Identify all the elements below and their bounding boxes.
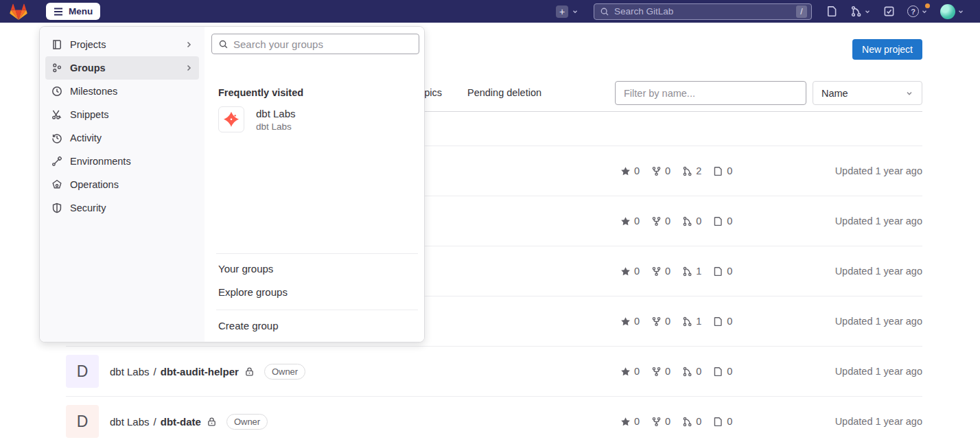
namespace-separator: /: [154, 416, 156, 428]
updated-timestamp: Updated 1 year ago: [743, 316, 922, 327]
tab-pending-deletion[interactable]: Pending deletion: [467, 87, 541, 98]
issues-icon: [713, 216, 723, 226]
fork-count[interactable]: 0: [651, 266, 670, 277]
fork-count[interactable]: 0: [651, 416, 670, 427]
star-count[interactable]: 0: [620, 216, 640, 226]
project-avatar[interactable]: D: [66, 405, 99, 438]
menu-item-milestones[interactable]: Milestones: [45, 80, 199, 103]
star-count[interactable]: 0: [620, 266, 640, 277]
divider: [216, 310, 418, 310]
fork-count[interactable]: 0: [651, 165, 670, 176]
star-icon: [620, 367, 631, 377]
explore-groups-link[interactable]: Explore groups: [218, 281, 288, 304]
issue-count[interactable]: 0: [713, 266, 732, 277]
project-namespace[interactable]: dbt Labs: [110, 366, 150, 377]
sort-value: Name: [821, 88, 848, 99]
hamburger-icon: [54, 8, 63, 16]
history-icon: [51, 132, 62, 143]
merge-requests-dropdown[interactable]: [850, 5, 871, 17]
gitlab-logo[interactable]: [10, 3, 27, 21]
frequent-group-dbt-labs[interactable]: dbt Labs dbt Labs: [218, 106, 296, 132]
chevron-right-icon: [185, 40, 193, 49]
issues-icon: [713, 417, 723, 427]
menu-item-snippets[interactable]: Snippets: [45, 103, 199, 126]
merge-request-icon: [682, 417, 692, 427]
avatar: [940, 4, 955, 19]
fork-icon: [651, 367, 662, 377]
sort-dropdown[interactable]: Name: [813, 81, 922, 105]
top-navbar: Menu + / ?: [0, 0, 980, 23]
star-icon: [620, 417, 631, 427]
snippet-icon: [51, 109, 62, 120]
fork-icon: [651, 266, 662, 277]
create-group-link[interactable]: Create group: [218, 314, 279, 338]
issue-count[interactable]: 0: [713, 165, 732, 176]
star-count[interactable]: 0: [620, 416, 640, 427]
menu-item-groups[interactable]: Groups: [45, 56, 199, 80]
project-icon: [51, 39, 62, 50]
project-name[interactable]: dbt-audit-helper: [161, 366, 239, 377]
issue-count[interactable]: 0: [713, 416, 732, 427]
menu-item-security[interactable]: Security: [45, 196, 199, 220]
updated-timestamp: Updated 1 year ago: [743, 366, 922, 377]
chevron-down-icon: [921, 8, 928, 15]
menu-item-operations[interactable]: Operations: [45, 173, 199, 196]
filter-by-name-input[interactable]: [615, 81, 806, 105]
namespace-separator: /: [154, 366, 156, 377]
merge-request-count[interactable]: 2: [682, 165, 701, 176]
fork-count[interactable]: 0: [651, 216, 670, 226]
updated-timestamp: Updated 1 year ago: [743, 216, 922, 226]
merge-request-count[interactable]: 0: [682, 216, 701, 226]
issue-count[interactable]: 0: [713, 216, 732, 226]
group-name: dbt Labs: [256, 108, 296, 119]
group-search-box[interactable]: [211, 34, 419, 54]
main-menu-dropdown-panel: Projects Groups Milestones Snippets Acti…: [39, 26, 425, 342]
new-project-button[interactable]: New project: [852, 39, 922, 60]
dbt-logo: [218, 106, 244, 132]
merge-request-icon: [850, 5, 862, 17]
todo-icon[interactable]: [883, 5, 895, 17]
star-icon: [620, 166, 631, 176]
star-count[interactable]: 0: [620, 165, 640, 176]
new-menu-dropdown[interactable]: +: [556, 5, 579, 18]
help-icon: ?: [907, 5, 919, 17]
issues-icon[interactable]: [826, 5, 838, 17]
search-icon: [218, 39, 229, 49]
updated-timestamp: Updated 1 year ago: [743, 165, 922, 176]
star-count[interactable]: 0: [620, 316, 640, 327]
fork-count[interactable]: 0: [651, 366, 670, 377]
operations-icon: [51, 179, 62, 190]
your-groups-link[interactable]: Your groups: [218, 257, 273, 281]
issue-count[interactable]: 0: [713, 366, 732, 377]
group-search-input[interactable]: [233, 38, 412, 50]
issue-count[interactable]: 0: [713, 316, 732, 327]
merge-request-count[interactable]: 1: [682, 266, 701, 277]
chevron-down-icon: [957, 8, 964, 15]
environment-icon: [51, 156, 62, 167]
merge-request-count[interactable]: 1: [682, 316, 701, 327]
fork-icon: [651, 166, 662, 176]
user-menu-dropdown[interactable]: [940, 4, 964, 19]
project-avatar[interactable]: D: [66, 355, 99, 388]
chevron-down-icon: [864, 8, 871, 15]
star-count[interactable]: 0: [620, 366, 640, 377]
merge-request-count[interactable]: 0: [682, 366, 701, 377]
menu-item-environments[interactable]: Environments: [45, 150, 199, 173]
menu-item-activity[interactable]: Activity: [45, 126, 199, 150]
fork-icon: [651, 216, 662, 226]
search-shortcut-badge: /: [796, 5, 807, 18]
plus-icon: +: [556, 5, 568, 18]
project-name[interactable]: dbt-date: [161, 416, 201, 428]
merge-request-count[interactable]: 0: [682, 416, 701, 427]
groups-icon: [51, 62, 62, 73]
global-search-box[interactable]: /: [594, 3, 812, 20]
menu-item-projects[interactable]: Projects: [45, 33, 199, 56]
help-dropdown[interactable]: ?: [907, 5, 928, 17]
chevron-down-icon: [572, 8, 579, 15]
global-search-input[interactable]: [614, 6, 791, 16]
issues-icon: [713, 166, 723, 176]
fork-count[interactable]: 0: [651, 316, 670, 327]
project-namespace[interactable]: dbt Labs: [110, 416, 150, 428]
menu-button[interactable]: Menu: [46, 3, 100, 20]
issues-icon: [713, 367, 723, 377]
